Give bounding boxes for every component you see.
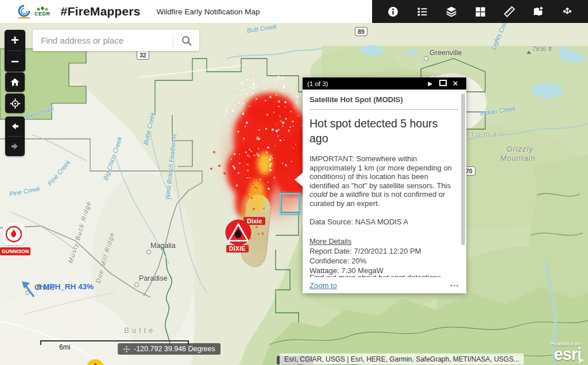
forward-button[interactable] [5,137,25,156]
ruler-icon [504,6,515,17]
zoom-to-link[interactable]: Zoom to [310,281,337,290]
wind-speed-label: 8 MPH_RH 43% [37,282,94,291]
layers-icon [446,6,457,17]
map-label-greenville: Greenville [430,49,462,57]
confidence: Confidence: 20% [310,256,458,266]
map-toolbar [372,0,588,23]
map-label-paradise: Paradise [139,274,167,282]
basemap-button[interactable] [469,0,492,23]
selected-hotspot-highlight [280,193,300,215]
back-button[interactable] [5,117,25,136]
data-source: Data Source: NASA MODIS A [310,217,458,227]
map-attribution: Esri, CGIAR, USGS | Esri, HERE, Garmin, … [280,354,524,364]
forward-arrow-icon [10,141,20,152]
zoom-control: + − [5,30,25,72]
info-icon [388,6,399,17]
search-input[interactable] [33,36,173,45]
share-button[interactable] [556,0,579,23]
coordinates-text: -120.792 39.946 Degrees [134,345,215,353]
zoom-out-button[interactable]: − [5,51,25,72]
popup-pager: (1 of 3) [307,80,424,87]
app-subtitle: Wildfire Early Notification Map [156,7,260,16]
map-label-7836-ft: 7836 ft [532,45,552,52]
app-title: #FireMappers [61,5,141,18]
dixie-label[interactable]: DIXIE [226,245,249,253]
zoom-in-button[interactable]: + [5,30,25,51]
search-box [33,30,199,51]
map-label-magalia: Magalia [150,242,176,250]
popup-description: IMPORTANT: Somewhere within approximatel… [310,154,458,208]
report-date: Report Date: 7/20/2021 12:20 PM [310,246,458,256]
flame-icon [5,226,22,243]
close-button[interactable]: ✕ [449,79,462,88]
maximize-icon [439,80,447,86]
popup-pointer [295,173,303,187]
popup-options-button[interactable]: ••• [451,283,459,289]
share-icon [562,6,573,17]
maximize-button[interactable] [436,80,449,87]
basemap-grid-icon [475,6,486,17]
route-shield-32: 32 [137,51,149,60]
brand-logos: CEDR [16,3,51,20]
flame-icon [86,359,105,365]
layer-title: Satellite Hot Spot (MODIS) [310,95,458,110]
gunnison-label[interactable]: GUNNISON [0,247,30,255]
scale-label: 6mi [59,343,70,351]
legend-button[interactable] [411,0,434,23]
next-feature-button[interactable]: ▶ [424,80,436,87]
locate-button[interactable] [5,94,25,113]
scrollbar-thumb[interactable] [461,94,465,245]
cedr-logo-text: CEDR [34,11,51,17]
esri-logo: POWERED BY esri [551,342,581,363]
measure-button[interactable] [498,0,521,23]
home-button[interactable] [5,72,25,92]
more-details-link[interactable]: More Details [310,236,458,246]
locate-crosshair-icon [10,98,21,109]
coordinate-display: -120.792 39.946 Degrees [118,343,220,355]
feature-popup: (1 of 3) ▶ ✕ Satellite Hot Spot (MODIS) … [303,77,466,293]
map-label-butte: Butte [124,326,156,335]
popup-header: (1 of 3) ▶ ✕ [303,77,466,90]
popup-body: Satellite Hot Spot (MODIS) Hot spot dete… [303,90,466,275]
map-label-mountain: Mountain [500,154,535,162]
history-navigation [5,117,25,156]
minus-icon: − [11,55,19,68]
plus-icon: + [11,33,19,47]
iug-logo-icon [16,3,32,20]
legend-icon [417,6,428,17]
map-label-grizzly: Grizzly [506,145,533,153]
clipped-text: Find out more about hot spot detections [310,273,457,277]
popup-footer: Zoom to ••• [303,278,466,293]
popup-scrollbar[interactable] [461,91,465,276]
info-button[interactable] [382,0,405,23]
heat-patch [257,152,272,175]
add-data-icon [532,6,544,17]
search-button[interactable] [173,30,199,51]
back-arrow-icon [10,121,20,131]
route-shield-89: 89 [355,27,368,36]
durham-fire-marker[interactable] [86,359,105,365]
layers-button[interactable] [440,0,463,23]
map-canvas[interactable]: Butt CreekDeer CreekPine CreekPine Creek… [0,23,588,365]
town-marker [424,56,428,61]
esri-wordmark: esri [551,346,581,363]
town-marker [134,282,139,287]
home-icon [10,77,20,87]
map-label-plumas: Plumas [464,130,506,138]
town-marker [146,250,151,254]
app-header: CEDR #FireMappers Wildfire Early Notific… [0,0,588,23]
dixie-name-tag[interactable]: Dixie [243,217,265,225]
popup-headline: Hot spot detected 5 hours ago [310,116,458,146]
gunnison-fire-marker[interactable] [3,223,25,245]
peak-marker [527,51,531,54]
search-icon [181,35,192,46]
wind-arrow-icon [21,280,37,301]
add-data-button[interactable] [527,0,550,23]
crosshair-dots-icon [123,345,130,353]
cedr-logo: CEDR [34,6,51,17]
